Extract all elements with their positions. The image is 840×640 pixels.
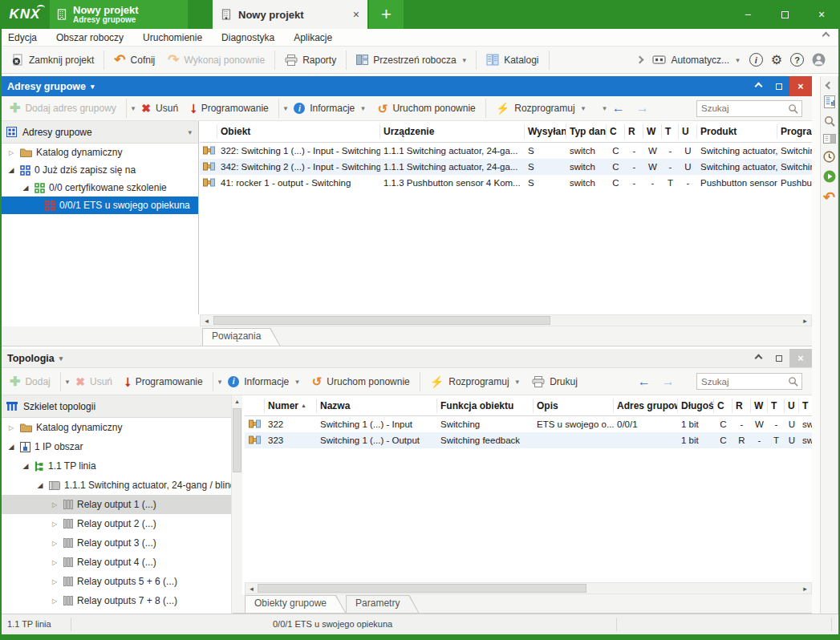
scrollbar-thumb[interactable] xyxy=(258,584,586,593)
project-tab-inactive[interactable]: Nowy projekt × xyxy=(213,0,367,29)
scroll-right-icon[interactable]: ▸ xyxy=(799,583,811,593)
split-view-icon[interactable] xyxy=(823,134,836,144)
search-input[interactable] xyxy=(697,103,788,113)
connection-selector[interactable]: Automatycz... ▾ xyxy=(651,49,741,71)
expander-collapsed-icon[interactable]: ▷ xyxy=(50,501,59,508)
info-menu-button[interactable]: i Informacje ▾ xyxy=(221,371,306,393)
search-input[interactable] xyxy=(697,377,788,387)
col-dlugosc[interactable]: Długoś xyxy=(678,399,714,413)
run-play-icon[interactable] xyxy=(823,170,836,183)
panel-collapse-button[interactable] xyxy=(748,349,769,367)
user-icon[interactable] xyxy=(812,53,826,67)
scroll-left-icon[interactable]: ◂ xyxy=(201,315,213,326)
report-document-icon[interactable] xyxy=(824,95,835,108)
group-addresses-panel-header[interactable]: Adresy grupowe ▾ × xyxy=(0,76,812,96)
tree-item-group-address-selected[interactable]: 0/0/1 ETS u swojego opiekuna xyxy=(0,196,198,214)
col-typ-danych[interactable]: Typ danych xyxy=(566,124,607,139)
tree-item-katalog-dynamiczny[interactable]: ▷ Katalog dynamiczny xyxy=(0,418,241,437)
add-button[interactable]: ✚ Dodaj xyxy=(3,371,57,393)
col-t2[interactable]: T xyxy=(799,399,812,413)
menu-obszar-roboczy[interactable]: Obszar roboczy xyxy=(56,32,124,43)
expander-collapsed-icon[interactable]: ▷ xyxy=(50,578,59,585)
expander-collapsed-icon[interactable]: ▷ xyxy=(6,149,16,156)
col-produkt[interactable]: Produkt xyxy=(697,124,777,139)
col-t[interactable]: T xyxy=(768,399,785,413)
col-w[interactable]: W xyxy=(751,399,768,413)
panel-close-button[interactable]: × xyxy=(789,349,812,367)
panel-maximize-button[interactable] xyxy=(769,349,789,367)
gear-icon[interactable]: ⚙ xyxy=(771,54,782,67)
table-row[interactable]: 41: rocker 1 - output - Switching 1.1.3 … xyxy=(200,175,812,191)
delete-button[interactable]: ✖ Usuń xyxy=(135,97,185,119)
scroll-left-icon[interactable]: ◂ xyxy=(246,583,258,593)
expander-collapsed-icon[interactable]: ▷ xyxy=(6,424,16,431)
col-w[interactable]: W xyxy=(643,124,662,139)
expander-expanded-icon[interactable]: ◢ xyxy=(6,166,16,174)
tree-item-tp-line[interactable]: ◢ 1.1 TP linia xyxy=(0,456,241,476)
tree-item-katalog-dynamiczny[interactable]: ▷ Katalog dynamiczny xyxy=(0,144,198,161)
panel-close-button[interactable]: × xyxy=(789,76,812,96)
tree-item-channel[interactable]: ▷ Relay outputs 7 + 8 (...) xyxy=(0,591,241,610)
col-obiekt[interactable]: Obiekt xyxy=(217,124,380,139)
col-urzadzenie[interactable]: Urządzenie xyxy=(380,124,525,139)
col-r[interactable]: R xyxy=(625,124,643,139)
expander-collapsed-icon[interactable]: ▷ xyxy=(50,559,59,566)
tree-item-channel-selected[interactable]: ▷ Relay output 1 (...) xyxy=(0,495,241,514)
col-c[interactable]: C xyxy=(714,399,732,413)
workspace-button[interactable]: Przestrzeń robocza ▾ xyxy=(350,49,473,71)
forward-arrow-icon[interactable]: → xyxy=(631,101,655,115)
expander-expanded-icon[interactable]: ◢ xyxy=(35,481,45,489)
tree-item-channel[interactable]: ▷ Relay output 4 (...) xyxy=(0,553,241,572)
program-button[interactable]: ⭣ Programowanie xyxy=(185,97,275,119)
col-adres-grupowy[interactable]: Adres grupow xyxy=(614,399,678,413)
table-row[interactable]: 323 Switching 1 (...) - Output Switching… xyxy=(245,432,812,448)
col-nazwa[interactable]: Nazwa xyxy=(317,399,437,413)
search-icon[interactable] xyxy=(824,115,835,127)
add-group-address-button[interactable]: ✚ Dodaj adres grupowy xyxy=(3,97,123,119)
menu-diagnostyka[interactable]: Diagnostyka xyxy=(221,32,274,43)
col-wysylany[interactable]: Wysyłany xyxy=(525,124,566,139)
collapse-sidebar-icon[interactable] xyxy=(826,82,834,90)
project-tab-active[interactable]: Nowy projekt Adresy grupowe xyxy=(50,0,188,29)
minimize-button[interactable]: − xyxy=(729,0,766,29)
expander-collapsed-icon[interactable]: ▷ xyxy=(50,540,59,547)
scroll-right-icon[interactable]: ▸ xyxy=(799,315,811,326)
info-menu-button[interactable]: i Informacje ▾ xyxy=(287,97,371,119)
history-undo-icon[interactable]: ↶ xyxy=(823,190,835,205)
forward-arrow-icon[interactable]: → xyxy=(656,375,680,389)
table-row[interactable]: 342: Switching 2 (...) - Input - Switchi… xyxy=(200,159,812,175)
table-row[interactable]: 322 Switching 1 (...) - Input Switching … xyxy=(245,416,812,432)
expander-collapsed-icon[interactable]: ▷ xyxy=(50,597,59,605)
redo-button[interactable]: ↷ Wykonaj ponownie xyxy=(161,49,271,71)
chevron-right-icon[interactable] xyxy=(636,56,644,64)
col-r[interactable]: R xyxy=(732,399,751,413)
expander-collapsed-icon[interactable]: ▷ xyxy=(50,521,59,528)
tree-item-main-group[interactable]: ◢ 0 Już dziś zapisz się na xyxy=(0,161,198,179)
col-opis[interactable]: Opis xyxy=(534,399,614,413)
reports-button[interactable]: Raporty xyxy=(278,49,343,71)
catalogs-button[interactable]: Katalogi xyxy=(480,49,545,71)
tree-item-channel[interactable]: ▷ Relay output 2 (...) xyxy=(0,514,241,533)
expander-expanded-icon[interactable]: ◢ xyxy=(21,184,30,192)
chevron-down-icon[interactable]: ▾ xyxy=(188,128,192,136)
restart-button[interactable]: ↺ Uruchom ponownie xyxy=(371,97,482,119)
back-arrow-icon[interactable]: ← xyxy=(632,375,656,389)
col-c[interactable]: C xyxy=(607,124,625,139)
print-button[interactable]: Drukuj xyxy=(526,371,584,393)
menu-edycja[interactable]: Edycja xyxy=(8,32,37,43)
tree-item-device[interactable]: ◢ 1.1.1 Switching actuator, 24-gang / bl… xyxy=(0,476,241,495)
tab-parametry[interactable]: Parametry xyxy=(346,595,419,613)
col-t[interactable]: T xyxy=(662,124,679,139)
unload-button[interactable]: ⚡ Rozprogramuj ▾ xyxy=(489,97,591,119)
panel-collapse-button[interactable] xyxy=(748,76,769,96)
tree-item-channel[interactable]: ▷ Relay output 3 (...) xyxy=(0,533,241,553)
col-u[interactable]: U xyxy=(679,124,697,139)
expander-expanded-icon[interactable]: ◢ xyxy=(6,443,16,451)
col-program[interactable]: Progra xyxy=(777,124,812,139)
maximize-button[interactable] xyxy=(766,0,803,29)
back-arrow-icon[interactable]: ← xyxy=(607,101,631,115)
tree-item-channel[interactable]: ▷ Relay outputs 5 + 6 (...) xyxy=(0,572,241,591)
tab-close-icon[interactable]: × xyxy=(353,8,359,21)
scrollbar-thumb[interactable] xyxy=(213,316,550,325)
table-row[interactable]: 322: Switching 1 (...) - Input - Switchi… xyxy=(200,143,812,159)
